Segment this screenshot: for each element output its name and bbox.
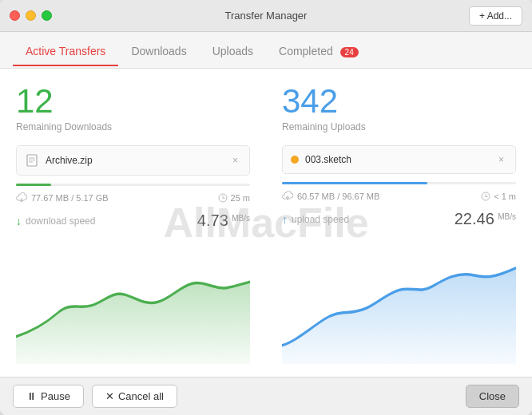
- download-speed-label: ↓ download speed: [16, 215, 95, 227]
- download-progress-bar: [16, 184, 250, 186]
- download-file-name: Archive.zip: [46, 155, 223, 166]
- download-file-close[interactable]: ×: [229, 153, 241, 168]
- download-label: Remaining Downloads: [16, 121, 250, 132]
- minimize-button[interactable]: [26, 10, 36, 21]
- download-speed-value: 4.73 MB/s: [197, 211, 250, 230]
- download-count: 12: [16, 85, 250, 118]
- upload-size: 60.57 MB / 96.67 MB: [282, 191, 379, 202]
- titlebar: Transfer Manager + Add...: [0, 0, 532, 32]
- main-content: AllMacFile 12 Remaining Downloads Archiv…: [0, 69, 532, 377]
- file-icon: [25, 152, 39, 168]
- download-transfer-info: 77.67 MB / 5.17 GB 25 m: [16, 192, 250, 204]
- upload-transfer-info: 60.57 MB / 96.67 MB < 1 m: [282, 191, 516, 202]
- sketch-icon: [291, 156, 299, 164]
- tab-active-transfers[interactable]: Active Transfers: [13, 35, 118, 65]
- close-button[interactable]: [10, 10, 20, 21]
- bottombar: ⏸ Pause ✕ Cancel all Close: [0, 377, 532, 415]
- upload-progress-bar: [282, 182, 516, 184]
- window: Transfer Manager + Add... Active Transfe…: [0, 0, 532, 415]
- pause-button[interactable]: ⏸ Pause: [13, 385, 84, 408]
- upload-chart: [282, 235, 516, 364]
- upload-speed-row: ↑ upload speed 22.46 MB/s: [282, 210, 516, 228]
- upload-arrow-icon: ↑: [282, 213, 288, 226]
- tab-uploads[interactable]: Uploads: [200, 35, 266, 65]
- upload-speed-label: ↑ upload speed: [282, 213, 349, 226]
- maximize-button[interactable]: [42, 10, 52, 21]
- clock-icon-upload: [481, 192, 490, 201]
- download-arrow-icon: ↓: [16, 215, 22, 227]
- svg-rect-0: [27, 155, 37, 166]
- cloud-download-icon: [16, 192, 27, 204]
- cancel-icon: ✕: [105, 390, 114, 402]
- download-speed-row: ↓ download speed 4.73 MB/s: [16, 211, 250, 230]
- download-panel: 12 Remaining Downloads Archive.zip ×: [0, 69, 266, 377]
- upload-file-name: 003.sketch: [305, 154, 489, 165]
- close-button[interactable]: Close: [466, 385, 519, 408]
- pause-icon: ⏸: [26, 390, 37, 402]
- completed-badge: 24: [340, 47, 359, 57]
- tabs: Active Transfers Downloads Uploads Compl…: [0, 32, 532, 69]
- bottom-left-buttons: ⏸ Pause ✕ Cancel all: [13, 385, 177, 408]
- traffic-lights: [10, 10, 52, 21]
- download-time: 25 m: [218, 193, 250, 203]
- download-progress-fill: [16, 184, 51, 186]
- add-button[interactable]: + Add...: [469, 6, 522, 26]
- upload-label: Remaining Uploads: [282, 121, 516, 132]
- upload-speed-value: 22.46 MB/s: [455, 210, 516, 228]
- upload-time: < 1 m: [481, 192, 516, 201]
- upload-count: 342: [282, 85, 516, 118]
- upload-panel: 342 Remaining Uploads 003.sketch ×: [266, 69, 532, 377]
- window-title: Transfer Manager: [225, 10, 308, 22]
- clock-icon: [218, 193, 228, 203]
- download-size: 77.67 MB / 5.17 GB: [16, 192, 109, 204]
- cancel-all-button[interactable]: ✕ Cancel all: [92, 385, 177, 408]
- download-chart: [16, 236, 250, 364]
- upload-size-text: 60.57 MB / 96.67 MB: [297, 192, 379, 201]
- upload-progress-fill: [282, 182, 427, 184]
- upload-file-close[interactable]: ×: [495, 152, 507, 167]
- download-file-item: Archive.zip ×: [16, 145, 250, 176]
- download-size-text: 77.67 MB / 5.17 GB: [31, 193, 109, 203]
- cloud-upload-icon: [282, 191, 293, 202]
- upload-file-item: 003.sketch ×: [282, 145, 516, 174]
- tab-downloads[interactable]: Downloads: [118, 35, 199, 65]
- tab-completed[interactable]: Completed 24: [266, 35, 371, 65]
